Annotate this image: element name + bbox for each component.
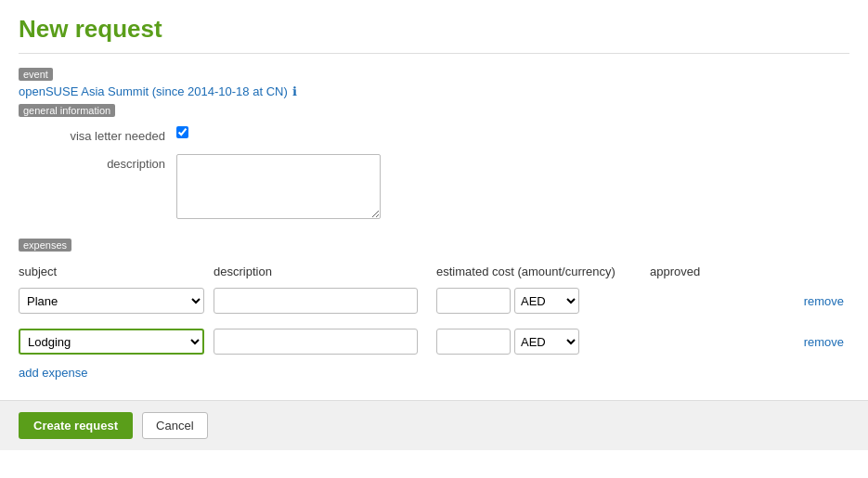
subject-cell-1: Plane Lodging Travel Accommodation Food …: [19, 284, 214, 317]
approved-cell-2: [650, 325, 724, 358]
remove-link-1[interactable]: remove: [804, 294, 844, 308]
remove-link-2[interactable]: remove: [804, 335, 844, 349]
cancel-button[interactable]: Cancel: [142, 412, 207, 439]
event-section: event openSUSE Asia Summit (since 2014-1…: [19, 67, 849, 98]
remove-cell-1: remove: [724, 284, 849, 317]
table-header-row: subject description estimated cost (amou…: [19, 261, 849, 284]
approved-cell-1: [650, 284, 724, 317]
subject-select-2[interactable]: Plane Lodging Travel Accommodation Food …: [19, 329, 204, 355]
cost-cell-1: AED USD EUR GBP: [436, 284, 650, 317]
page-wrapper: New request event openSUSE Asia Summit (…: [0, 0, 868, 387]
visa-checkbox-wrapper: [176, 126, 849, 141]
amount-input-1[interactable]: [436, 288, 511, 314]
table-row: Plane Lodging Travel Accommodation Food …: [19, 325, 849, 358]
desc-cell-1: [214, 284, 436, 317]
event-badge: event: [19, 68, 53, 81]
cost-wrapper-2: AED USD EUR GBP: [436, 329, 644, 355]
desc-cell-2: [214, 325, 436, 358]
th-remove: [724, 261, 849, 284]
add-expense-link[interactable]: add expense: [19, 366, 87, 380]
event-link[interactable]: openSUSE Asia Summit (since 2014-10-18 a…: [19, 84, 288, 98]
th-description: description: [214, 261, 436, 284]
table-row: Plane Lodging Travel Accommodation Food …: [19, 284, 849, 317]
th-subject: subject: [19, 261, 214, 284]
description-control: [176, 154, 849, 222]
subject-select-1[interactable]: Plane Lodging Travel Accommodation Food …: [19, 288, 204, 314]
description-row: description: [19, 154, 849, 222]
description-textarea[interactable]: [176, 154, 381, 219]
desc-input-2[interactable]: [214, 329, 418, 355]
description-label: description: [19, 154, 176, 171]
cost-wrapper-1: AED USD EUR GBP: [436, 288, 644, 314]
expenses-table: subject description estimated cost (amou…: [19, 261, 849, 358]
general-info-section: general information visa letter needed d…: [19, 98, 849, 222]
footer-bar: Create request Cancel: [0, 400, 868, 450]
currency-select-2[interactable]: AED USD EUR GBP: [514, 329, 579, 355]
th-approved: approved: [650, 261, 724, 284]
th-estimated-cost: estimated cost (amount/currency): [436, 261, 650, 284]
visa-checkbox[interactable]: [176, 126, 188, 138]
expenses-badge: expenses: [19, 239, 71, 252]
divider: [19, 53, 849, 54]
create-request-button[interactable]: Create request: [19, 412, 133, 439]
subject-cell-2: Plane Lodging Travel Accommodation Food …: [19, 325, 214, 358]
expenses-section: expenses subject description estimated c…: [19, 233, 849, 387]
remove-cell-2: remove: [724, 325, 849, 358]
cost-cell-2: AED USD EUR GBP: [436, 325, 650, 358]
visa-label: visa letter needed: [19, 126, 176, 143]
visa-row: visa letter needed: [19, 126, 849, 143]
general-info-badge: general information: [19, 104, 115, 117]
page-title: New request: [19, 15, 849, 44]
desc-input-1[interactable]: [214, 288, 418, 314]
currency-select-1[interactable]: AED USD EUR GBP: [514, 288, 579, 314]
amount-input-2[interactable]: [436, 329, 511, 355]
info-icon[interactable]: ℹ: [292, 84, 297, 98]
